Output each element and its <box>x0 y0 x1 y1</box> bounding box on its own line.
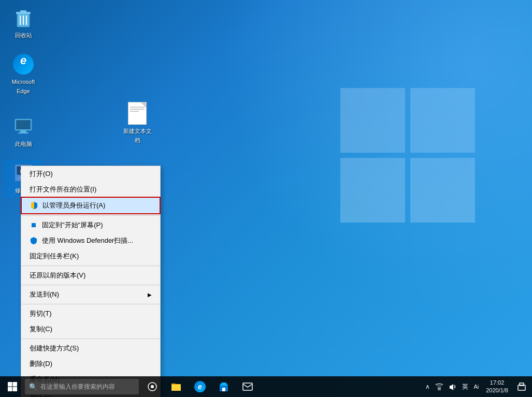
menu-item-restore-label: 还原以前的版本(V) <box>30 271 85 280</box>
taskbar-center: e <box>141 376 259 397</box>
desktop-icon-newfile[interactable]: 新建文本文档 <box>119 101 155 146</box>
start-button[interactable] <box>0 376 25 397</box>
search-icon: 🔍 <box>29 383 37 391</box>
svg-rect-22 <box>13 387 18 392</box>
desktop-icon-computer[interactable]: 此电脑 <box>5 114 41 150</box>
tray-expand-icon: ∧ <box>425 383 430 390</box>
svg-rect-11 <box>16 120 31 129</box>
menu-item-run-as-admin[interactable]: 以管理员身份运行(A) <box>21 197 160 214</box>
menu-item-send-to-label: 发送到(N) <box>30 290 59 299</box>
search-placeholder: 在这里输入你要搜索的内容 <box>40 383 115 391</box>
file-explorer-button[interactable] <box>165 376 188 397</box>
menu-separator-4 <box>21 304 160 304</box>
menu-item-pin-start-label: 固定到"开始"屏幕(P) <box>42 220 103 230</box>
menu-item-send-to[interactable]: 发送到(N) ▶ <box>21 287 160 302</box>
svg-rect-1 <box>410 88 475 153</box>
menu-item-copy[interactable]: 复制(C) <box>21 321 160 337</box>
tray-language-icon[interactable]: 英 <box>460 376 470 397</box>
tray-expand-button[interactable]: ∧ <box>423 376 432 397</box>
menu-separator-1 <box>21 215 160 216</box>
menu-item-pin-start[interactable]: 固定到"开始"屏幕(P) <box>21 217 160 233</box>
taskbar-store-button[interactable] <box>212 376 235 397</box>
menu-item-delete[interactable]: 删除(D) <box>21 356 160 372</box>
notification-button[interactable] <box>513 376 530 397</box>
svg-rect-21 <box>8 387 12 392</box>
context-menu: 打开(O) 打开文件所在的位置(I) 以管理员身份运行(A) 固定到"开始"屏幕… <box>21 166 161 397</box>
svg-rect-6 <box>20 10 26 12</box>
clock-date: 2020/1/8 <box>486 387 508 394</box>
taskbar-mail-button[interactable] <box>236 376 259 397</box>
menu-separator-2 <box>21 266 160 266</box>
menu-item-restore[interactable]: 还原以前的版本(V) <box>21 268 160 283</box>
computer-label: 此电脑 <box>15 141 32 147</box>
menu-item-delete-label: 删除(D) <box>30 359 52 369</box>
menu-item-run-as-admin-label: 以管理员身份运行(A) <box>42 201 105 210</box>
newfile-label: 新建文本文档 <box>123 128 152 143</box>
menu-item-open[interactable]: 打开(O) <box>21 166 160 182</box>
svg-point-24 <box>151 385 154 388</box>
tray-ime-icon[interactable]: Ai <box>471 376 481 397</box>
svg-rect-31 <box>438 387 441 390</box>
language-label: 英 <box>462 383 468 391</box>
file-explorer-icon <box>171 382 181 391</box>
svg-rect-20 <box>13 382 18 387</box>
notification-icon <box>517 383 526 391</box>
file-icon <box>127 103 148 124</box>
svg-rect-0 <box>340 88 405 153</box>
ime-label: Ai <box>473 384 479 390</box>
svg-rect-19 <box>8 382 12 387</box>
windows-start-icon <box>7 381 18 392</box>
menu-item-cut-label: 剪切(T) <box>30 309 52 318</box>
svg-rect-3 <box>410 158 475 223</box>
network-icon <box>435 383 443 390</box>
volume-icon <box>449 383 457 390</box>
menu-item-open-label: 打开(O) <box>30 169 53 179</box>
tray-volume-icon[interactable] <box>447 376 459 397</box>
svg-rect-27 <box>171 385 181 391</box>
recycle-label: 回收站 <box>15 32 32 38</box>
clock[interactable]: 17:02 2020/1/8 <box>482 376 512 397</box>
computer-icon <box>13 116 34 137</box>
menu-item-defender[interactable]: 使用 Windows Defender扫描... <box>21 233 160 248</box>
shield-icon <box>30 201 38 210</box>
desktop-icon-recycle[interactable]: 回收站 <box>5 5 41 41</box>
svg-rect-34 <box>520 383 524 386</box>
menu-item-cut[interactable]: 剪切(T) <box>21 306 160 321</box>
menu-item-defender-label: 使用 Windows Defender扫描... <box>42 236 133 245</box>
desktop: 回收站 e MicrosoftEdge 此电脑 <box>0 0 532 397</box>
svg-rect-13 <box>18 133 28 134</box>
svg-rect-2 <box>340 158 405 223</box>
windows-logo <box>335 83 480 228</box>
svg-rect-32 <box>437 386 442 386</box>
menu-separator-5 <box>21 339 160 339</box>
menu-item-copy-label: 复制(C) <box>30 325 52 334</box>
submenu-arrow: ▶ <box>148 292 152 298</box>
task-view-button[interactable] <box>141 376 164 397</box>
menu-item-open-location-label: 打开文件所在的位置(I) <box>30 185 96 194</box>
desktop-icon-edge[interactable]: e MicrosoftEdge <box>5 52 41 97</box>
edge-icon: e <box>13 54 34 75</box>
defender-icon <box>30 237 38 245</box>
pin-icon <box>30 221 38 229</box>
menu-item-pin-taskbar[interactable]: 固定到任务栏(K) <box>21 248 160 264</box>
menu-item-pin-taskbar-label: 固定到任务栏(K) <box>30 252 79 261</box>
search-bar[interactable]: 🔍 在这里输入你要搜索的内容 <box>25 379 139 394</box>
store-icon <box>219 381 229 392</box>
menu-item-create-shortcut[interactable]: 创建快捷方式(S) <box>21 341 160 356</box>
taskbar-edge-button[interactable]: e <box>189 376 211 397</box>
task-view-icon <box>148 382 157 391</box>
svg-rect-29 <box>222 388 225 391</box>
tray-network-icon[interactable] <box>433 376 445 397</box>
menu-item-open-location[interactable]: 打开文件所在的位置(I) <box>21 182 160 197</box>
system-tray: ∧ 英 Ai <box>423 376 532 397</box>
edge-label: MicrosoftEdge <box>12 79 35 94</box>
clock-time: 17:02 <box>490 379 505 387</box>
svg-rect-30 <box>243 383 252 390</box>
mail-icon <box>242 383 253 391</box>
menu-separator-3 <box>21 285 160 285</box>
taskbar-edge-icon: e <box>194 381 206 392</box>
menu-item-create-shortcut-label: 创建快捷方式(S) <box>30 344 79 353</box>
taskbar: 🔍 在这里输入你要搜索的内容 <box>0 376 532 397</box>
svg-rect-12 <box>20 130 26 133</box>
